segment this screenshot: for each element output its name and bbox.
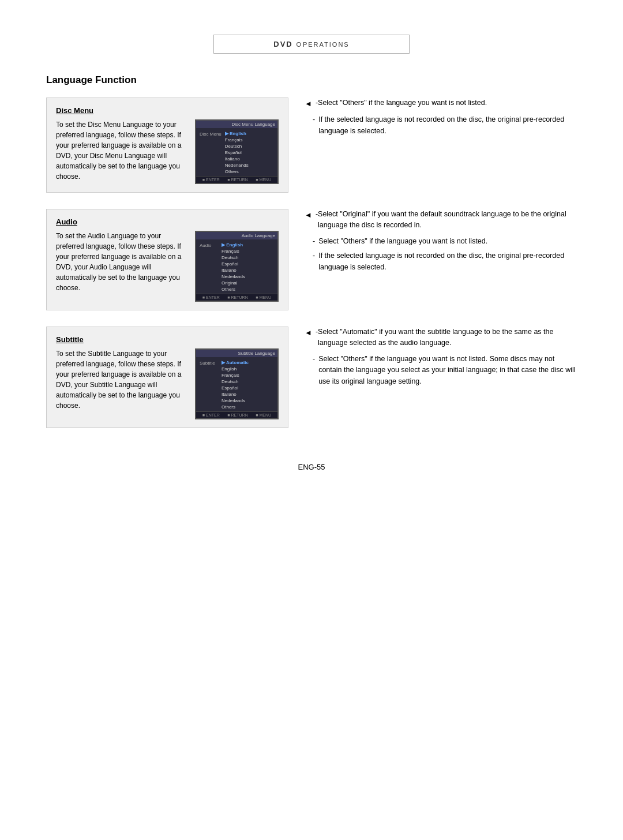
tv-list-item: Italiano — [224, 156, 274, 162]
tv-list-item: Italiano — [220, 267, 274, 273]
arrow-icon: ◄ — [305, 98, 312, 110]
header-dvd: DVD — [273, 40, 292, 48]
tv-footer-item: ■ ENTER — [202, 178, 220, 182]
tv-list-item: Nederlands — [220, 397, 274, 404]
subsection-title-disc-menu: Disc Menu — [56, 106, 279, 115]
bullet-dash-item: -Select "Others" if the language you wan… — [313, 354, 577, 387]
page-header: DVD OPERATIONS — [213, 35, 410, 54]
dash-icon: - — [313, 236, 315, 247]
arrow-icon: ◄ — [305, 209, 312, 221]
tv-label-audio: Audio — [200, 242, 218, 292]
right-panel-subtitle: ◄ - Select "Automatic" if you want the s… — [305, 327, 577, 391]
tv-screen-subtitle: Subtitle LanguageSubtitle▶ AutomaticEngl… — [195, 348, 279, 419]
subsection-title-audio: Audio — [56, 217, 279, 226]
tv-list-item: ▶ English — [220, 242, 274, 248]
tv-title-disc-menu: Disc Menu Language — [196, 121, 277, 128]
bullet-text: Select "Others" if the language you want… — [318, 97, 487, 108]
tv-list-item: Deutsch — [220, 378, 274, 385]
dash-icon: - — [313, 114, 315, 125]
tv-footer-item: ■ ENTER — [202, 295, 220, 299]
tv-screen-disc-menu: Disc Menu LanguageDisc Menu▶ EnglishFran… — [195, 119, 279, 184]
bullet-arrow-item: ◄ - Select "Original" if you want the de… — [305, 209, 577, 231]
tv-list-item: Español — [220, 261, 274, 267]
tv-list-item: Deutsch — [224, 143, 274, 149]
tv-list-item: Others — [220, 404, 274, 410]
dash-text: Select "Others" if the language you want… — [318, 354, 577, 387]
tv-list-item: Français — [220, 372, 274, 378]
bullet-dash-item: -If the selected language is not recorde… — [313, 250, 577, 273]
subsection-title-subtitle: Subtitle — [56, 335, 279, 344]
dash-text: If the selected language is not recorded… — [318, 114, 577, 137]
bullet-dash-item: -If the selected language is not recorde… — [313, 114, 577, 137]
content-area: Disc MenuTo set the Disc Menu Language t… — [46, 97, 577, 428]
tv-list-item: Español — [220, 385, 274, 391]
header-operations: OPERATIONS — [296, 41, 349, 48]
description-subtitle: To set the Subtitle Language to your pre… — [56, 348, 189, 411]
tv-screen-audio: Audio LanguageAudio▶ EnglishFrançaisDeut… — [195, 231, 279, 302]
right-panel-disc-menu: ◄ - Select "Others" if the language you … — [305, 97, 577, 140]
tv-footer-item: ■ RETURN — [227, 413, 247, 417]
tv-list-item: Français — [220, 248, 274, 254]
tv-title-subtitle: Subtitle Language — [196, 350, 277, 357]
page-title: Language Function — [46, 74, 577, 86]
dash-text: Select "Others" if the language you want… — [318, 236, 487, 247]
description-disc-menu: To set the Disc Menu Language to your pr… — [56, 119, 189, 182]
tv-footer-item: ■ RETURN — [227, 178, 247, 182]
tv-list-item: Italiano — [220, 391, 274, 397]
tv-list-item: ▶ Automatic — [220, 359, 274, 366]
left-panel-subtitle: SubtitleTo set the Subtitle Language to … — [46, 327, 288, 428]
bullet-text: Select "Original" if you want the defaul… — [318, 209, 577, 231]
tv-label-subtitle: Subtitle — [200, 359, 218, 410]
tv-footer-item: ■ ENTER — [202, 413, 220, 417]
tv-title-audio: Audio Language — [196, 232, 277, 239]
tv-list-item: Français — [224, 137, 274, 143]
tv-list-item: Nederlands — [224, 162, 274, 168]
tv-footer-item: ■ MENU — [256, 295, 271, 299]
page-number: ENG-55 — [46, 463, 577, 471]
tv-list-item: English — [220, 366, 274, 372]
tv-label-disc-menu: Disc Menu — [200, 130, 222, 175]
tv-list-item: Español — [224, 149, 274, 156]
bullet-dash-item: -Select "Others" if the language you wan… — [313, 236, 577, 247]
left-panel-audio: AudioTo set the Audio Language to your p… — [46, 209, 288, 310]
bullet-arrow-item: ◄ - Select "Others" if the language you … — [305, 97, 577, 110]
bullet-arrow-item: ◄ - Select "Automatic" if you want the s… — [305, 327, 577, 349]
section-subtitle: SubtitleTo set the Subtitle Language to … — [46, 327, 577, 428]
tv-footer-item: ■ MENU — [256, 413, 271, 417]
left-panel-disc-menu: Disc MenuTo set the Disc Menu Language t… — [46, 97, 288, 193]
tv-list-item: Original — [220, 280, 274, 286]
dash-text: If the selected language is not recorded… — [318, 250, 577, 273]
dash-icon: - — [313, 250, 315, 261]
tv-footer-item: ■ RETURN — [227, 295, 247, 299]
right-panel-audio: ◄ - Select "Original" if you want the de… — [305, 209, 577, 276]
tv-list-item: Others — [224, 168, 274, 175]
section-disc-menu: Disc MenuTo set the Disc Menu Language t… — [46, 97, 577, 193]
arrow-icon: ◄ — [305, 327, 312, 339]
tv-list-item: Others — [220, 286, 274, 292]
tv-list-item: Deutsch — [220, 254, 274, 261]
section-audio: AudioTo set the Audio Language to your p… — [46, 209, 577, 310]
tv-list-item: ▶ English — [224, 130, 274, 137]
bullet-text: Select "Automatic" if you want the subti… — [318, 327, 577, 349]
description-audio: To set the Audio Language to your prefer… — [56, 231, 189, 293]
tv-list-item: Nederlands — [220, 273, 274, 280]
tv-footer-item: ■ MENU — [256, 178, 271, 182]
dash-icon: - — [313, 354, 315, 365]
